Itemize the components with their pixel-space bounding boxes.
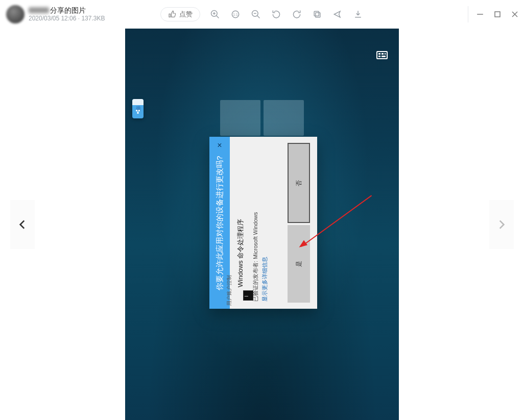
svg-line-7 <box>257 16 260 18</box>
uac-show-details-link[interactable]: 显示更多详细信息 <box>261 257 269 302</box>
meta-line: 2020/03/05 12:06 · 137.3KB <box>29 15 105 22</box>
zoom-out-icon[interactable] <box>250 9 261 20</box>
copy-icon[interactable] <box>312 9 323 20</box>
like-button[interactable]: 点赞 <box>160 7 200 21</box>
close-button[interactable] <box>510 9 520 19</box>
thumbs-up-icon <box>168 10 176 18</box>
viewer: 极速上传 × 你要允许此应用对你的设备进行更改吗? 用户账户控制 Windows… <box>0 29 524 420</box>
svg-text:1:1: 1:1 <box>233 13 238 16</box>
avatar <box>6 5 25 23</box>
svg-line-1 <box>217 16 219 18</box>
title-suffix: 分享的图片 <box>50 6 86 14</box>
uac-publisher: 已验证的发布者: Microsoft Windows <box>252 212 259 302</box>
uac-yes-label: 是 <box>295 261 303 267</box>
uac-question: 你要允许此应用对你的设备进行更改吗? <box>215 156 225 290</box>
uac-button-group: 否 是 <box>288 142 310 304</box>
uac-small-title: 用户账户控制 <box>226 275 233 306</box>
uac-close-button[interactable]: × <box>217 141 222 150</box>
header-bar: 分享的图片 2020/03/05 12:06 · 137.3KB 点赞 1:1 <box>0 0 524 29</box>
minimize-button[interactable] <box>475 9 485 19</box>
next-button[interactable] <box>489 200 514 249</box>
page-title: 分享的图片 <box>29 6 105 15</box>
prev-button[interactable] <box>10 200 35 249</box>
svg-rect-10 <box>314 11 319 16</box>
window-controls <box>475 0 520 29</box>
uac-dialog: × 你要允许此应用对你的设备进行更改吗? 用户账户控制 Windows 命令处理… <box>209 137 317 309</box>
uac-body: 用户账户控制 Windows 命令处理程序 已验证的发布者: Microsoft… <box>230 137 317 309</box>
uac-yes-button[interactable]: 是 <box>288 225 310 303</box>
like-label: 点赞 <box>179 10 193 19</box>
uac-no-label: 否 <box>295 180 303 186</box>
maximize-button[interactable] <box>492 9 503 19</box>
side-upload-widget[interactable]: 极速上传 <box>132 99 144 118</box>
side-widget-label-wrap: 极速上传 <box>132 99 144 105</box>
uac-no-button[interactable]: 否 <box>288 143 310 223</box>
zoom-in-icon[interactable] <box>209 9 221 20</box>
username-redacted <box>29 7 49 13</box>
timestamp: 2020/03/05 12:06 <box>29 15 76 22</box>
svg-rect-12 <box>495 12 500 17</box>
rotate-right-icon[interactable] <box>291 9 302 20</box>
filesize: 137.3KB <box>81 15 105 22</box>
svg-rect-9 <box>316 13 320 17</box>
uac-app-name: Windows 命令处理程序 <box>236 219 245 287</box>
osk-icon <box>376 51 388 59</box>
share-icon[interactable] <box>332 9 343 20</box>
actual-size-icon[interactable]: 1:1 <box>230 9 241 20</box>
toolbar: 点赞 1:1 <box>160 7 364 21</box>
title-meta: 分享的图片 2020/03/05 12:06 · 137.3KB <box>29 6 105 23</box>
side-widget-icon <box>132 105 144 118</box>
side-widget-label: 极速上传 <box>134 101 141 103</box>
image-content: 极速上传 × 你要允许此应用对你的设备进行更改吗? 用户账户控制 Windows… <box>125 29 399 420</box>
windows-logo-ghost <box>220 100 304 136</box>
download-icon[interactable] <box>352 9 364 20</box>
rotate-left-icon[interactable] <box>271 9 282 20</box>
